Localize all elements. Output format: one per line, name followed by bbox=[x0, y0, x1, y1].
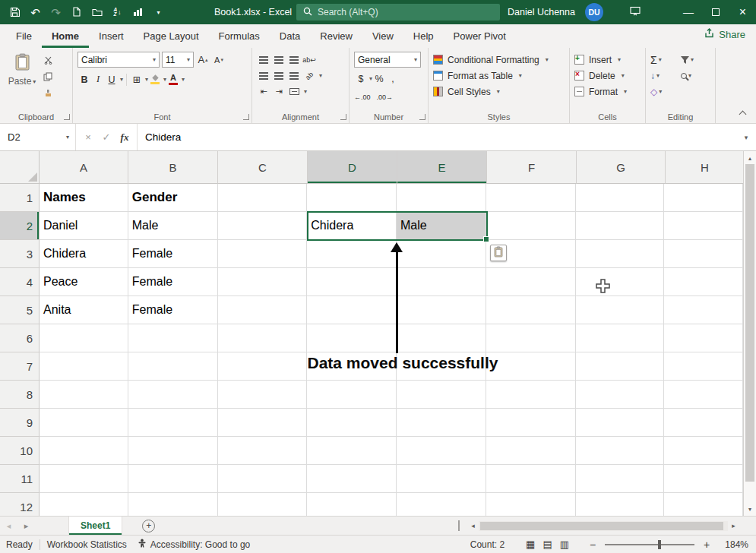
tab-review[interactable]: Review bbox=[310, 26, 362, 48]
new-file-button[interactable] bbox=[66, 2, 87, 23]
cell-F1[interactable] bbox=[486, 184, 576, 212]
borders-button[interactable]: ⊞ bbox=[130, 72, 144, 87]
column-header-B[interactable]: B bbox=[128, 151, 218, 184]
conditional-formatting-button[interactable]: Conditional Formatting▾ bbox=[433, 52, 565, 68]
increase-decimal-button[interactable]: ←.00 bbox=[354, 90, 371, 104]
cell-C12[interactable] bbox=[218, 493, 308, 516]
avatar[interactable]: DU bbox=[585, 3, 603, 21]
cell-E5[interactable] bbox=[397, 296, 486, 324]
horizontal-scroll-thumb[interactable] bbox=[480, 522, 723, 530]
tab-home[interactable]: Home bbox=[42, 26, 89, 48]
cell-C10[interactable] bbox=[218, 437, 308, 465]
cell-B3[interactable]: Female bbox=[128, 240, 218, 268]
vertical-scrollbar[interactable]: ▴ ▾ bbox=[744, 151, 756, 516]
font-color-button[interactable]: A bbox=[166, 72, 180, 87]
accessibility-status[interactable]: Accessibility: Good to go bbox=[138, 539, 250, 550]
tab-power-pivot[interactable]: Power Pivot bbox=[444, 26, 516, 48]
sort-ascending-button[interactable]: AZ↓ bbox=[107, 2, 128, 23]
tab-page-layout[interactable]: Page Layout bbox=[134, 26, 209, 48]
cell-A8[interactable] bbox=[40, 381, 128, 409]
row-header-7[interactable]: 7 bbox=[0, 352, 40, 381]
column-header-D[interactable]: D bbox=[308, 151, 397, 184]
row-header-1[interactable]: 1 bbox=[0, 184, 40, 212]
cell-B7[interactable] bbox=[128, 352, 218, 381]
format-cells-button[interactable]: Format▾ bbox=[574, 84, 641, 100]
cell-C3[interactable] bbox=[218, 240, 308, 268]
increase-font-size-button[interactable]: A▴ bbox=[196, 52, 210, 67]
cell-G7[interactable] bbox=[576, 352, 665, 381]
cell-B1[interactable]: Gender bbox=[128, 184, 218, 212]
cell-H6[interactable] bbox=[664, 324, 743, 352]
cell-G4[interactable] bbox=[576, 268, 665, 296]
normal-view-button[interactable]: ▦ bbox=[526, 539, 535, 550]
row-header-10[interactable]: 10 bbox=[0, 437, 40, 465]
cell-E1[interactable] bbox=[397, 184, 486, 212]
workbook-statistics-button[interactable]: Workbook Statistics bbox=[47, 539, 127, 550]
tab-help[interactable]: Help bbox=[403, 26, 444, 48]
cell-E9[interactable] bbox=[397, 409, 486, 437]
zoom-level[interactable]: 184% bbox=[718, 539, 748, 550]
cell-D5[interactable] bbox=[307, 296, 397, 324]
cell-D9[interactable] bbox=[307, 409, 397, 437]
maximize-button[interactable] bbox=[702, 0, 729, 24]
user-name[interactable]: Daniel Uchenna bbox=[508, 7, 575, 17]
align-left-button[interactable] bbox=[257, 68, 270, 83]
cell-F5[interactable] bbox=[486, 296, 576, 324]
cell-G1[interactable] bbox=[576, 184, 665, 212]
cell-H3[interactable] bbox=[664, 240, 743, 268]
cancel-button[interactable]: × bbox=[79, 131, 97, 143]
cell-C1[interactable] bbox=[218, 184, 308, 212]
paste-options-button[interactable] bbox=[490, 245, 507, 261]
cell-E12[interactable] bbox=[397, 493, 486, 516]
find-select-button[interactable]: ▾ bbox=[681, 72, 714, 79]
cell-B4[interactable]: Female bbox=[128, 268, 218, 296]
align-middle-button[interactable] bbox=[272, 52, 286, 67]
row-header-2[interactable]: 2 bbox=[0, 212, 40, 240]
ribbon-display-options-button[interactable] bbox=[622, 0, 649, 24]
cell-H12[interactable] bbox=[664, 493, 743, 516]
scroll-left-icon[interactable]: ◂ bbox=[467, 522, 479, 529]
enter-button[interactable]: ✓ bbox=[97, 131, 115, 143]
number-dialog-launcher[interactable] bbox=[419, 114, 425, 120]
cell-E11[interactable] bbox=[397, 465, 486, 493]
decrease-font-size-button[interactable]: A▾ bbox=[212, 52, 226, 67]
autosum-button[interactable]: Σ▾ bbox=[650, 54, 681, 66]
cell-G5[interactable] bbox=[576, 296, 665, 324]
sort-filter-button[interactable]: ▾ bbox=[681, 53, 714, 67]
row-header-9[interactable]: 9 bbox=[0, 409, 40, 437]
cell-F12[interactable] bbox=[486, 493, 576, 516]
cell-G2[interactable] bbox=[576, 212, 665, 240]
column-header-G[interactable]: G bbox=[577, 151, 666, 184]
cell-C9[interactable] bbox=[218, 409, 308, 437]
cell-G6[interactable] bbox=[576, 324, 665, 352]
cell-F6[interactable] bbox=[486, 324, 576, 352]
delete-cells-button[interactable]: Delete▾ bbox=[574, 68, 641, 84]
cell-G11[interactable] bbox=[576, 465, 665, 493]
clear-button[interactable]: ◇▾ bbox=[650, 87, 681, 97]
cell-F10[interactable] bbox=[486, 437, 576, 465]
undo-button[interactable]: ↶ bbox=[25, 2, 46, 23]
italic-button[interactable]: I bbox=[91, 72, 105, 87]
cell-D8[interactable] bbox=[307, 381, 397, 409]
sheet-nav-right-icon[interactable]: ▸ bbox=[17, 521, 35, 531]
merge-center-button[interactable] bbox=[287, 84, 301, 99]
decrease-decimal-button[interactable]: .00→ bbox=[377, 90, 394, 104]
formula-bar-expand-button[interactable]: ▾ bbox=[736, 124, 756, 150]
format-as-table-button[interactable]: Format as Table▾ bbox=[433, 68, 565, 84]
collapse-ribbon-button[interactable] bbox=[736, 108, 748, 117]
open-file-button[interactable] bbox=[87, 2, 107, 23]
column-header-C[interactable]: C bbox=[218, 151, 308, 184]
cell-D12[interactable] bbox=[307, 493, 397, 516]
cell-D11[interactable] bbox=[307, 465, 397, 493]
cell-G3[interactable] bbox=[576, 240, 665, 268]
insert-function-button[interactable]: fx bbox=[115, 131, 134, 144]
row-header-11[interactable]: 11 bbox=[0, 465, 40, 493]
insert-cells-button[interactable]: Insert▾ bbox=[574, 52, 641, 68]
cell-E3[interactable] bbox=[397, 240, 486, 268]
tab-data[interactable]: Data bbox=[270, 26, 310, 48]
align-right-button[interactable] bbox=[287, 68, 301, 83]
cell-F2[interactable] bbox=[486, 212, 576, 240]
cell-A2[interactable]: Daniel bbox=[40, 212, 128, 240]
copy-button[interactable] bbox=[40, 71, 56, 84]
underline-button[interactable]: U bbox=[105, 72, 119, 87]
